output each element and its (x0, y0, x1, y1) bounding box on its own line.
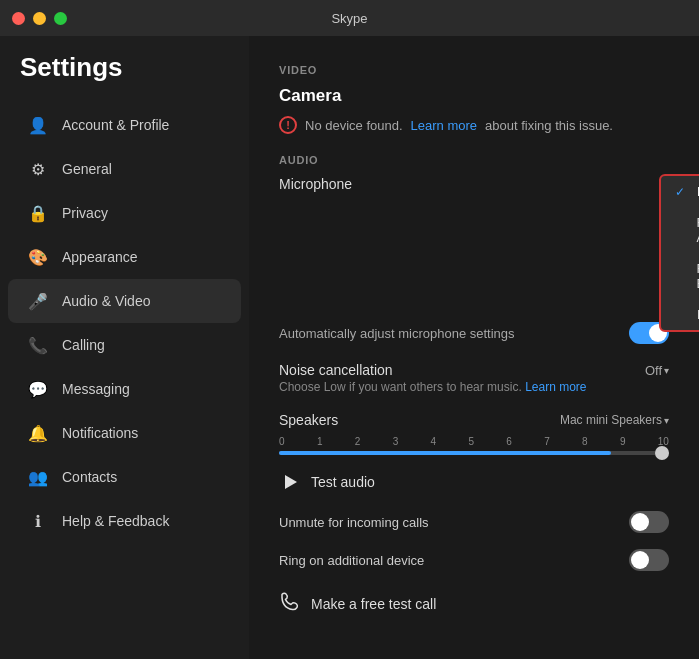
sidebar-item-appearance[interactable]: 🎨 Appearance (8, 235, 241, 279)
unmute-toggle-knob (631, 513, 649, 531)
svg-marker-0 (285, 475, 297, 489)
volume-slider[interactable] (279, 451, 669, 455)
noise-learn-more-link[interactable]: Learn more (525, 380, 586, 394)
ring-row: Ring on additional device (279, 549, 669, 571)
audio-video-icon: 🎤 (28, 291, 48, 311)
auto-adjust-label: Automatically adjust microphone settings (279, 326, 515, 341)
camera-row: ! No device found. Learn more about fixi… (279, 116, 669, 134)
test-audio-row[interactable]: Test audio (279, 471, 669, 493)
help-icon: ℹ (28, 511, 48, 531)
sidebar-label-messaging: Messaging (62, 381, 130, 397)
microphone-dropdown-menu: ✓ Revelator IO 24 Revelator IO 24 Stream… (659, 174, 699, 332)
error-icon: ! (279, 116, 297, 134)
sidebar-item-notifications[interactable]: 🔔 Notifications (8, 411, 241, 455)
chevron-down-icon-speakers: ▾ (664, 415, 669, 426)
sidebar-item-audio-video[interactable]: 🎤 Audio & Video (8, 279, 241, 323)
unmute-label: Unmute for incoming calls (279, 515, 429, 530)
sidebar: Settings 👤 Account & Profile ⚙ General 🔒… (0, 36, 249, 659)
play-icon (279, 471, 301, 493)
phone-icon (279, 591, 299, 616)
general-icon: ⚙ (28, 159, 48, 179)
dropdown-option-revelator-mix-a[interactable]: Revelator IO 24 Stream Mix A (661, 207, 699, 253)
microphone-label: Microphone (279, 176, 352, 192)
sidebar-label-account: Account & Profile (62, 117, 169, 133)
sidebar-item-privacy[interactable]: 🔒 Privacy (8, 191, 241, 235)
sidebar-item-help[interactable]: ℹ Help & Feedback (8, 499, 241, 543)
noise-cancel-value[interactable]: Off ▾ (645, 363, 669, 378)
sidebar-label-notifications: Notifications (62, 425, 138, 441)
slider-knob[interactable] (655, 446, 669, 460)
sidebar-label-privacy: Privacy (62, 205, 108, 221)
sidebar-item-messaging[interactable]: 💬 Messaging (8, 367, 241, 411)
volume-slider-container: 0 1 2 3 4 5 6 7 8 9 10 (279, 436, 669, 455)
sidebar-label-general: General (62, 161, 112, 177)
noise-cancellation-row: Noise cancellation Off ▾ Choose Low if y… (279, 362, 669, 394)
dropdown-option-default[interactable]: Default device (661, 299, 699, 330)
noise-cancel-desc: Choose Low if you want others to hear mu… (279, 380, 669, 394)
dropdown-option-revelator-mix-b[interactable]: Revelator IO 24 Stream Mix B (661, 253, 699, 299)
sidebar-label-help: Help & Feedback (62, 513, 169, 529)
speakers-header: Speakers Mac mini Speakers ▾ (279, 412, 669, 428)
dropdown-option-revelator-io-24[interactable]: ✓ Revelator IO 24 (661, 176, 699, 207)
slider-numbers: 0 1 2 3 4 5 6 7 8 9 10 (279, 436, 669, 447)
unmute-toggle[interactable] (629, 511, 669, 533)
audio-section-label: AUDIO (279, 154, 669, 166)
sidebar-label-calling: Calling (62, 337, 105, 353)
sidebar-item-account[interactable]: 👤 Account & Profile (8, 103, 241, 147)
camera-learn-more-link[interactable]: Learn more (411, 118, 477, 133)
free-call-row[interactable]: Make a free test call (279, 587, 669, 616)
sidebar-item-general[interactable]: ⚙ General (8, 147, 241, 191)
content-area: VIDEO Camera ! No device found. Learn mo… (249, 36, 699, 659)
sidebar-label-appearance: Appearance (62, 249, 138, 265)
video-section-label: VIDEO (279, 64, 669, 76)
account-icon: 👤 (28, 115, 48, 135)
noise-cancel-title: Noise cancellation (279, 362, 393, 378)
camera-suffix-text: about fixing this issue. (485, 118, 613, 133)
sidebar-heading: Settings (0, 52, 249, 103)
test-audio-label: Test audio (311, 474, 375, 490)
messaging-icon: 💬 (28, 379, 48, 399)
appearance-icon: 🎨 (28, 247, 48, 267)
close-button[interactable] (12, 12, 25, 25)
ring-label: Ring on additional device (279, 553, 424, 568)
contacts-icon: 👥 (28, 467, 48, 487)
chevron-down-icon: ▾ (664, 365, 669, 376)
window-title: Skype (331, 11, 367, 26)
minimize-button[interactable] (33, 12, 46, 25)
privacy-icon: 🔒 (28, 203, 48, 223)
speakers-title: Speakers (279, 412, 338, 428)
free-call-label: Make a free test call (311, 596, 436, 612)
camera-title: Camera (279, 86, 669, 106)
sidebar-item-contacts[interactable]: 👥 Contacts (8, 455, 241, 499)
ring-toggle[interactable] (629, 549, 669, 571)
check-icon: ✓ (675, 185, 689, 199)
microphone-row: Microphone ✓ Revelator IO 24 Revelator I… (279, 176, 669, 192)
sidebar-label-contacts: Contacts (62, 469, 117, 485)
ring-toggle-knob (631, 551, 649, 569)
speakers-value[interactable]: Mac mini Speakers ▾ (560, 413, 669, 427)
calling-icon: 📞 (28, 335, 48, 355)
maximize-button[interactable] (54, 12, 67, 25)
camera-no-device-text: No device found. (305, 118, 403, 133)
noise-header: Noise cancellation Off ▾ (279, 362, 669, 378)
unmute-row: Unmute for incoming calls (279, 511, 669, 533)
sidebar-item-calling[interactable]: 📞 Calling (8, 323, 241, 367)
window-controls (12, 12, 67, 25)
main-layout: Settings 👤 Account & Profile ⚙ General 🔒… (0, 36, 699, 659)
notifications-icon: 🔔 (28, 423, 48, 443)
titlebar: Skype (0, 0, 699, 36)
sidebar-label-audio-video: Audio & Video (62, 293, 150, 309)
slider-fill (279, 451, 611, 455)
auto-adjust-row: Automatically adjust microphone settings (279, 322, 669, 344)
